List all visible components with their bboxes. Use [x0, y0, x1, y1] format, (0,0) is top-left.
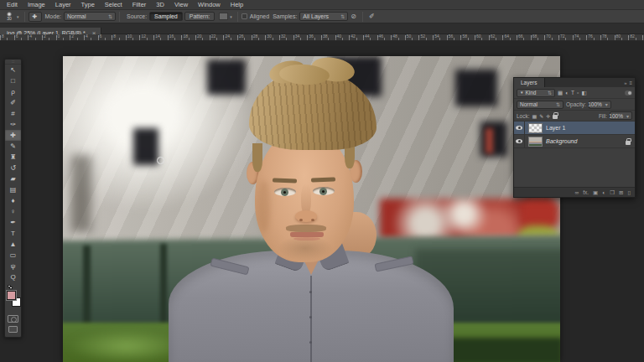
- visibility-cell[interactable]: [514, 135, 525, 148]
- tool-preset-button[interactable]: ✚: [29, 12, 42, 22]
- lock-transparent-pixels-icon[interactable]: ▦: [532, 113, 538, 119]
- source-sampled-button[interactable]: Sampled: [149, 12, 183, 21]
- pattern-swatch[interactable]: [219, 13, 228, 20]
- ruler-label: 52: [421, 34, 426, 39]
- layer-name[interactable]: Background: [546, 138, 577, 144]
- filter-smart-object-icon[interactable]: ◧: [581, 90, 586, 96]
- filter-shape-layers-icon[interactable]: ▫: [577, 90, 579, 96]
- tablet-pressure-icon[interactable]: ✐: [369, 13, 375, 20]
- opacity-input[interactable]: 100% ▾: [589, 101, 611, 109]
- path-selection-tool[interactable]: ▲: [5, 239, 21, 250]
- pen-tool-icon: ✒: [10, 219, 16, 226]
- brush-picker-arrow-icon[interactable]: ▾: [17, 14, 19, 19]
- fill-input[interactable]: 100% ▾: [610, 111, 632, 120]
- ruler-label: 42: [351, 34, 356, 39]
- menu-item-view[interactable]: View: [169, 0, 193, 10]
- dodge-tool-icon: ♀: [11, 208, 16, 215]
- new-layer-icon[interactable]: ⊞: [619, 188, 623, 198]
- menu-item-help[interactable]: Help: [226, 0, 248, 10]
- pen-tool[interactable]: ✒: [5, 217, 21, 228]
- eyedropper-tool[interactable]: ✑: [5, 119, 21, 130]
- filter-type-layers-icon[interactable]: T: [571, 90, 574, 96]
- horizontal-ruler[interactable]: 8642024681012141618202224262830323436384…: [0, 34, 644, 41]
- healing-brush-tool[interactable]: ✚: [5, 130, 21, 141]
- mode-select[interactable]: Normal ⇅: [64, 12, 116, 21]
- eye-icon[interactable]: [516, 126, 522, 130]
- history-brush-tool[interactable]: ↺: [5, 163, 21, 173]
- eraser-tool[interactable]: ▰: [5, 173, 21, 184]
- delete-layer-icon[interactable]: ▯: [627, 188, 631, 198]
- gradient-tool[interactable]: ▤: [5, 184, 21, 195]
- ruler-label: 56: [449, 34, 454, 39]
- lock-position-icon[interactable]: ✛: [546, 113, 550, 119]
- menu-item-filter[interactable]: Filter: [127, 0, 152, 10]
- menu-item-layer[interactable]: Layer: [50, 0, 76, 10]
- photo-red-object: [486, 128, 493, 153]
- menu-item-edit[interactable]: Edit: [2, 0, 23, 10]
- layer-effects-icon[interactable]: fx.: [583, 188, 589, 198]
- clone-stamp-tool[interactable]: ♜: [5, 152, 21, 163]
- crop-tool[interactable]: #: [5, 108, 21, 119]
- layer-row-background[interactable]: Background: [514, 135, 635, 148]
- eye-icon[interactable]: [516, 139, 522, 143]
- canvas[interactable]: [63, 56, 560, 362]
- aligned-checkbox[interactable]: [242, 13, 247, 19]
- screen-mode-button[interactable]: [8, 326, 18, 333]
- photo-nostril: [299, 219, 303, 221]
- menu-item-select[interactable]: Select: [100, 0, 127, 10]
- background-thumbnail[interactable]: [528, 137, 543, 147]
- type-tool[interactable]: T: [5, 228, 21, 239]
- collapse-panel-icon[interactable]: »: [624, 80, 626, 85]
- layer-mask-icon[interactable]: ▣: [593, 188, 598, 198]
- quick-selection-tool[interactable]: ✐: [5, 97, 21, 108]
- layer-name[interactable]: Layer 1: [546, 125, 565, 131]
- blend-mode-select[interactable]: Normal ⇅: [517, 101, 564, 109]
- filter-kind-select[interactable]: ▼ Kind ⇅: [517, 89, 555, 97]
- blend-mode-row: Normal ⇅ Opacity: 100% ▾: [514, 99, 635, 111]
- pattern-arrow-icon[interactable]: ▾: [230, 14, 232, 19]
- lock-image-pixels-icon[interactable]: ✎: [539, 113, 543, 119]
- marquee-tool[interactable]: □: [5, 75, 21, 86]
- rectangle-tool[interactable]: ▭: [5, 250, 21, 261]
- quick-mask-mode-button[interactable]: [8, 315, 18, 323]
- photo-man-mustache: [286, 225, 326, 232]
- ruler-label: 46: [379, 34, 384, 39]
- photo-grass-highlight: [68, 329, 185, 362]
- zoom-tool[interactable]: Q: [5, 272, 21, 282]
- link-layers-icon[interactable]: ∞: [575, 188, 579, 198]
- ignore-adjustment-layers-icon[interactable]: ⊘: [351, 13, 356, 20]
- foreground-color-swatch[interactable]: [7, 291, 16, 300]
- hand-tool[interactable]: ψ: [5, 261, 21, 272]
- photo-man-stubble: [278, 235, 333, 261]
- filter-adjustment-layers-icon[interactable]: ◐: [565, 90, 569, 96]
- lock-all-icon[interactable]: [553, 115, 558, 119]
- visibility-cell[interactable]: [514, 122, 525, 135]
- source-pattern-button[interactable]: Pattern:: [184, 12, 216, 21]
- layer-group-icon[interactable]: ❐: [610, 188, 615, 198]
- panel-menu-icon[interactable]: ≡: [629, 80, 632, 85]
- dodge-tool[interactable]: ♀: [5, 206, 21, 217]
- filter-pixel-layers-icon[interactable]: ▦: [558, 90, 563, 96]
- default-colors-icon[interactable]: [8, 285, 13, 289]
- blend-mode-value: Normal: [520, 101, 538, 107]
- lasso-tool[interactable]: ρ: [5, 86, 21, 97]
- menu-item-3d[interactable]: 3D: [151, 0, 169, 10]
- menu-item-type[interactable]: Type: [76, 0, 100, 10]
- tools-panel: ∷ ↖ □ ρ ✐ # ✑ ✚ ✎ ♜ ↺ ▰ ▤ ♦ ♀ ✒ T ▲ ▭ ψ …: [4, 59, 22, 338]
- menu-item-image[interactable]: Image: [23, 0, 50, 10]
- filter-toggle-switch[interactable]: [625, 90, 632, 96]
- ruler-label: 62: [491, 34, 496, 39]
- blur-tool[interactable]: ♦: [5, 195, 21, 206]
- updown-arrow-icon: ⇅: [544, 90, 552, 96]
- layer-1-thumbnail[interactable]: [528, 123, 543, 133]
- filter-kind-value: Kind: [525, 90, 536, 96]
- adjustment-layer-icon[interactable]: ◐: [602, 188, 605, 198]
- pattern-button-label: Pattern:: [190, 13, 210, 19]
- brush-preset-picker[interactable]: 30: [3, 12, 15, 21]
- menu-item-window[interactable]: Window: [193, 0, 226, 10]
- layers-tab[interactable]: Layers: [514, 78, 545, 87]
- samples-select[interactable]: All Layers ⇅: [299, 12, 348, 21]
- move-tool[interactable]: ↖: [5, 65, 21, 75]
- layer-row-layer-1[interactable]: Layer 1: [514, 122, 635, 135]
- brush-tool[interactable]: ✎: [5, 141, 21, 152]
